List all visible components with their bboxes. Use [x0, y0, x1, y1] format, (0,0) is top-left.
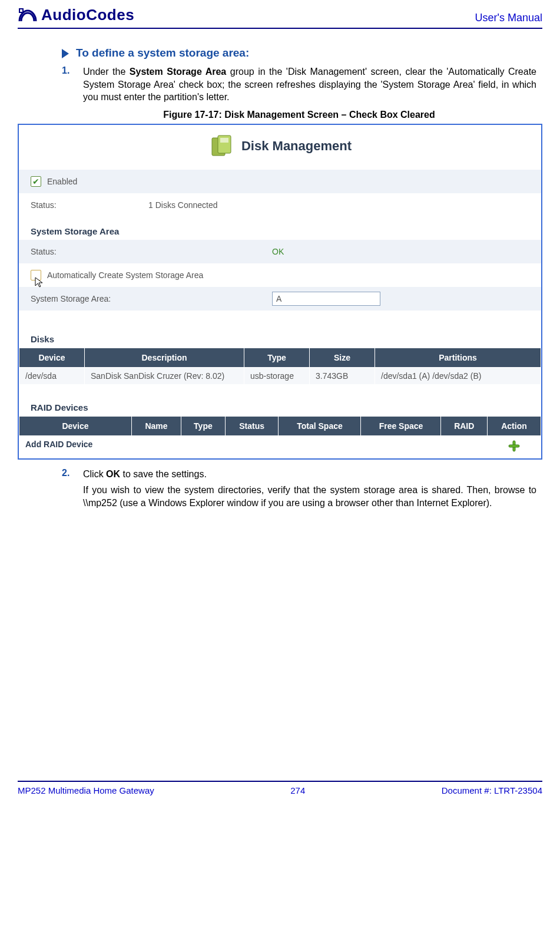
raid-heading: RAID Devices	[19, 385, 541, 416]
plus-icon	[508, 440, 521, 453]
dm-title: Disk Management	[241, 138, 352, 154]
step-2-body: Click OK to save the settings.	[83, 468, 207, 481]
th-size: Size	[310, 348, 375, 367]
th-device: Device	[19, 348, 85, 367]
auto-create-label: Automatically Create System Storage Area	[47, 270, 203, 280]
enabled-row: ✔ Enabled	[19, 170, 541, 193]
th-raid-raid: RAID	[441, 416, 488, 435]
step-number: 2.	[62, 468, 72, 481]
th-raid-name: Name	[132, 416, 181, 435]
step2-bold: OK	[106, 469, 120, 479]
disk-management-icon	[208, 133, 236, 159]
th-raid-type: Type	[181, 416, 226, 435]
raid-header-row: Device Name Type Status Total Space Free…	[19, 416, 541, 435]
heading-text: To define a system storage area:	[76, 47, 249, 60]
enabled-checkbox[interactable]: ✔	[31, 176, 41, 187]
footer-center: 274	[290, 785, 305, 795]
disks-header-row: Device Description Type Size Partitions	[19, 348, 541, 367]
disk-management-screenshot: Disk Management ✔ Enabled Status: 1 Disk…	[18, 124, 542, 460]
td-device: /dev/sda	[19, 367, 85, 384]
th-raid-status: Status	[225, 416, 279, 435]
dm-header: Disk Management	[19, 125, 541, 170]
td-description: SanDisk SanDisk Cruzer (Rev: 8.02)	[85, 367, 244, 384]
ssa-field-label: System Storage Area:	[31, 294, 266, 303]
step-number: 1.	[62, 65, 72, 104]
check-icon: ✔	[32, 177, 39, 186]
table-row: /dev/sda SanDisk SanDisk Cruzer (Rev: 8.…	[19, 367, 541, 384]
triangle-right-icon	[62, 49, 69, 58]
auto-create-row: ✔ Automatically Create System Storage Ar…	[19, 263, 541, 287]
step-2: 2. Click OK to save the settings.	[62, 468, 536, 481]
td-size: 3.743GB	[310, 367, 375, 384]
cursor-icon	[34, 276, 45, 288]
th-type: Type	[244, 348, 310, 367]
footer-left: MP252 Multimedia Home Gateway	[18, 785, 154, 795]
note-text: If you wish to view the system directori…	[83, 484, 536, 509]
step1-pre: Under the	[83, 67, 130, 77]
disks-heading: Disks	[19, 311, 541, 348]
enabled-label: Enabled	[47, 177, 77, 186]
step1-bold: System Storage Area	[130, 67, 226, 77]
logo-text: AudioCodes	[41, 6, 134, 24]
logo-icon	[18, 7, 38, 24]
status-value: 1 Disks Connected	[148, 200, 218, 210]
raid-table: Device Name Type Status Total Space Free…	[19, 416, 541, 458]
th-raid-action: Action	[488, 416, 541, 435]
svg-rect-5	[220, 138, 228, 143]
ssa-status-value: OK	[272, 247, 284, 256]
svg-rect-7	[509, 445, 519, 447]
ssa-status-label: Status:	[31, 247, 148, 256]
procedure-heading: To define a system storage area:	[62, 47, 536, 60]
ssa-heading: System Storage Area	[19, 217, 541, 240]
ssa-input[interactable]: A	[272, 292, 380, 306]
th-description: Description	[85, 348, 244, 367]
page-header: AudioCodes User's Manual	[18, 6, 542, 29]
svg-rect-2	[20, 9, 22, 12]
raid-add-row: Add RAID Device	[19, 435, 541, 458]
td-type: usb-storage	[244, 367, 310, 384]
step2-post: to save the settings.	[120, 469, 207, 479]
td-partitions: /dev/sda1 (A) /dev/sda2 (B)	[375, 367, 541, 384]
step-1: 1. Under the System Storage Area group i…	[62, 65, 536, 104]
add-raid-label: Add RAID Device	[19, 435, 132, 458]
step-1-body: Under the System Storage Area group in t…	[83, 65, 536, 104]
figure-caption: Figure 17-17: Disk Management Screen – C…	[62, 110, 536, 120]
disks-table: Device Description Type Size Partitions …	[19, 348, 541, 385]
th-raid-total: Total Space	[279, 416, 361, 435]
th-raid-free: Free Space	[361, 416, 441, 435]
add-raid-button[interactable]	[488, 435, 541, 458]
footer-right: Document #: LTRT-23504	[442, 785, 542, 795]
th-partitions: Partitions	[375, 348, 541, 367]
page-footer: MP252 Multimedia Home Gateway 274 Docume…	[18, 781, 542, 795]
users-manual-label: User's Manual	[475, 12, 542, 24]
logo: AudioCodes	[18, 6, 134, 24]
step2-pre: Click	[83, 469, 106, 479]
ssa-field-row: System Storage Area: A	[19, 287, 541, 311]
status-label: Status:	[31, 200, 148, 210]
status-row: Status: 1 Disks Connected	[19, 193, 541, 217]
ssa-status-row: Status: OK	[19, 240, 541, 263]
th-raid-device: Device	[19, 416, 132, 435]
